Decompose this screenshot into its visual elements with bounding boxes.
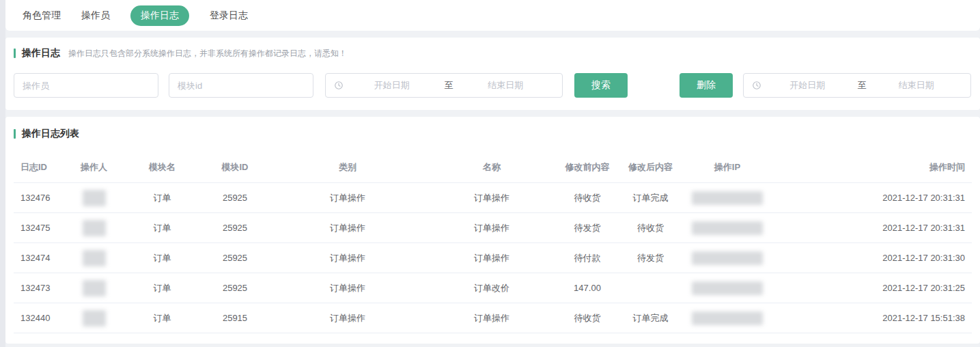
redacted-operator <box>83 280 106 296</box>
cell-before: 待发货 <box>560 213 615 243</box>
cell-ip <box>686 303 768 333</box>
cell-time: 2021-12-17 20:31:31 <box>768 183 972 213</box>
module-id-input[interactable] <box>169 73 313 98</box>
redacted-operator <box>83 190 106 206</box>
operation-log-table: 日志ID操作人模块名模块ID类别名称修改前内容修改后内容操作IP操作时间 132… <box>14 152 972 333</box>
cell-before: 待收货 <box>560 303 615 333</box>
delete-button[interactable]: 删除 <box>680 73 733 98</box>
table-row: 132475订单25925订单操作订单操作待发货待收货2021-12-17 20… <box>14 213 972 243</box>
tab-operation-log[interactable]: 操作日志 <box>130 5 189 26</box>
end-date-placeholder[interactable]: 结束日期 <box>458 79 555 92</box>
cell-name: 订单操作 <box>423 243 560 273</box>
cell-category: 订单操作 <box>272 303 423 333</box>
cell-module_id: 25925 <box>198 243 272 273</box>
cell-ip <box>686 243 768 273</box>
column-header: 修改后内容 <box>615 152 686 183</box>
column-header: 日志ID <box>14 152 61 183</box>
end-date-placeholder[interactable]: 结束日期 <box>871 79 963 92</box>
column-header: 类别 <box>272 152 423 183</box>
tab-card: 角色管理操作员操作日志登录日志 <box>5 0 980 31</box>
column-header: 模块名 <box>126 152 198 183</box>
cell-log_id: 132476 <box>14 183 61 213</box>
list-title: 操作日志列表 <box>22 128 79 140</box>
title-accent-bar <box>14 129 16 139</box>
cell-category: 订单操作 <box>272 213 423 243</box>
cell-category: 订单操作 <box>272 183 423 213</box>
date-separator: 至 <box>440 79 458 92</box>
redacted-ip <box>692 311 763 325</box>
cell-after <box>615 273 686 303</box>
log-list-card: 操作日志列表 日志ID操作人模块名模块ID类别名称修改前内容修改后内容操作IP操… <box>5 117 980 344</box>
cell-module_id: 25915 <box>198 303 272 333</box>
title-accent-bar <box>14 48 16 58</box>
search-button[interactable]: 搜索 <box>574 73 628 98</box>
search-card: 操作日志 操作日志只包含部分系统操作日志，并非系统所有操作都记录日志，请悉知！ … <box>5 38 980 110</box>
cell-time: 2021-12-17 20:31:30 <box>768 243 972 273</box>
cell-operator <box>61 183 126 213</box>
start-date-placeholder[interactable]: 开始日期 <box>344 79 440 92</box>
page-hint: 操作日志只包含部分系统操作日志，并非系统所有操作都记录日志，请悉知！ <box>68 48 347 59</box>
redacted-operator <box>83 250 106 266</box>
cell-log_id: 132473 <box>14 273 61 303</box>
cell-module: 订单 <box>126 303 198 333</box>
cell-module_id: 25925 <box>198 213 272 243</box>
redacted-operator <box>83 310 106 327</box>
cell-before: 147.00 <box>560 273 615 303</box>
cell-name: 订单改价 <box>423 273 560 303</box>
column-header: 操作IP <box>686 152 768 183</box>
table-row: 132473订单25925订单操作订单改价147.002021-12-17 20… <box>14 273 972 303</box>
cell-module: 订单 <box>126 213 198 243</box>
cell-after: 订单完成 <box>615 303 686 333</box>
redacted-ip <box>692 191 763 205</box>
cell-operator <box>61 303 126 333</box>
table-header-row: 日志ID操作人模块名模块ID类别名称修改前内容修改后内容操作IP操作时间 <box>14 152 972 183</box>
operator-input[interactable] <box>14 73 158 98</box>
table-row: 132440订单25915订单操作订单操作待收货订单完成2021-12-17 1… <box>14 303 972 333</box>
cell-after: 订单完成 <box>615 183 686 213</box>
delete-date-range-picker[interactable]: 开始日期 至 结束日期 <box>743 73 971 98</box>
admin-log-page: 角色管理操作员操作日志登录日志 操作日志 操作日志只包含部分系统操作日志，并非系… <box>5 0 980 344</box>
cell-before: 待付款 <box>560 243 615 273</box>
start-date-placeholder[interactable]: 开始日期 <box>761 79 854 92</box>
tab-role-management[interactable]: 角色管理 <box>23 10 61 22</box>
cell-operator <box>61 273 126 303</box>
cell-module: 订单 <box>126 243 198 273</box>
cell-module_id: 25925 <box>198 273 272 303</box>
tab-operators[interactable]: 操作员 <box>81 10 110 22</box>
cell-time: 2021-12-17 20:31:31 <box>768 213 972 243</box>
cell-ip <box>686 183 768 213</box>
tab-login-log[interactable]: 登录日志 <box>210 10 248 22</box>
cell-log_id: 132440 <box>14 303 61 333</box>
search-date-range-picker[interactable]: 开始日期 至 结束日期 <box>325 73 563 98</box>
page-title: 操作日志 <box>22 47 60 59</box>
cell-time: 2021-12-17 15:51:38 <box>768 303 972 333</box>
cell-ip <box>686 273 768 303</box>
cell-operator <box>61 213 126 243</box>
cell-ip <box>686 213 768 243</box>
cell-module: 订单 <box>126 273 198 303</box>
table-row: 132474订单25925订单操作订单操作待付款待发货2021-12-17 20… <box>14 243 972 273</box>
cell-after: 待收货 <box>615 213 686 243</box>
cell-module: 订单 <box>126 183 198 213</box>
clock-icon <box>752 81 761 90</box>
column-header: 操作人 <box>61 152 126 183</box>
tab-bar: 角色管理操作员操作日志登录日志 <box>14 5 248 26</box>
list-section-title: 操作日志列表 <box>14 125 972 143</box>
column-header: 模块ID <box>198 152 272 183</box>
page-left-strip <box>0 0 5 347</box>
date-separator: 至 <box>854 79 871 92</box>
redacted-ip <box>692 251 763 265</box>
filter-form: 开始日期 至 结束日期 搜索 删除 开始日期 至 结束日期 <box>14 73 972 98</box>
search-section-title: 操作日志 操作日志只包含部分系统操作日志，并非系统所有操作都记录日志，请悉知！ <box>14 44 972 62</box>
cell-time: 2021-12-17 20:31:25 <box>768 273 972 303</box>
column-header: 名称 <box>423 152 560 183</box>
cell-category: 订单操作 <box>272 273 423 303</box>
column-header: 操作时间 <box>768 152 972 183</box>
cell-name: 订单操作 <box>423 213 560 243</box>
cell-module_id: 25925 <box>198 183 272 213</box>
cell-before: 待收货 <box>560 183 615 213</box>
redacted-operator <box>83 220 106 236</box>
redacted-ip <box>692 221 763 235</box>
cell-log_id: 132474 <box>14 243 61 273</box>
redacted-ip <box>692 281 763 295</box>
